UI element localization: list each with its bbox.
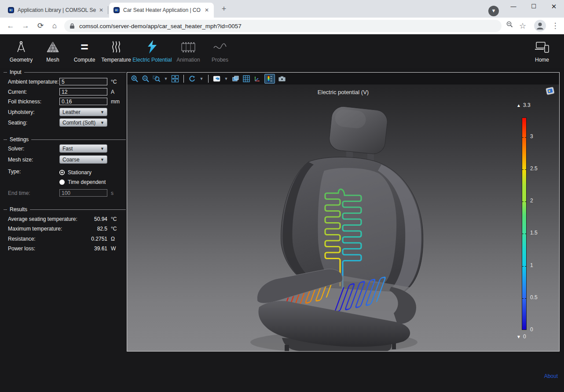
radio-time-dependent[interactable]: Time dependent (59, 178, 106, 186)
end-time-input (59, 189, 107, 197)
zoom-box-dropdown-icon[interactable]: ▼ (164, 77, 168, 81)
seat-leg (285, 345, 289, 351)
legend-tick: 2.5 (530, 165, 538, 172)
film-strip-icon (172, 38, 204, 56)
browser-tab-strip: Application Library | COMSOL Se ✕ Car Se… (0, 0, 564, 18)
mesh-triangle-icon (37, 38, 69, 56)
input-section-header: Input (4, 69, 126, 75)
legend-tick: 1 (530, 262, 533, 268)
ribbon-probes-button[interactable]: Probes (204, 38, 236, 63)
window-maximize-button[interactable]: ☐ (526, 0, 541, 14)
ribbon-geometry-button[interactable]: Geometry (5, 38, 37, 63)
ambient-temperature-input[interactable] (59, 78, 107, 85)
transparency-icon[interactable] (231, 75, 239, 83)
browser-address-bar: ← → ⟳ ⌂ comsol.com/server-demo/app/car_s… (0, 18, 564, 34)
tab-title: Application Library | COMSOL Se (18, 7, 98, 13)
reset-view-icon[interactable] (188, 75, 196, 83)
settings-section-header: Settings (4, 136, 126, 143)
chevron-down-icon: ▼ (100, 121, 104, 125)
plot-canvas[interactable]: Electric potential (V) (127, 84, 559, 351)
chevron-down-icon: ▼ (100, 110, 104, 114)
scene-light-dropdown-icon[interactable]: ▼ (224, 77, 228, 81)
sine-wave-icon (204, 38, 236, 56)
tab-car-seat-heater[interactable]: Car Seat Heater Application | CO ✕ (109, 3, 214, 18)
legend-max-marker: ▲3.3 (516, 102, 531, 108)
triangle-up-icon: ▲ (516, 103, 521, 108)
results-section-header: Results (4, 206, 126, 212)
person-icon (534, 20, 546, 32)
legend-colorbar (522, 117, 527, 330)
snapshot-camera-icon[interactable] (278, 75, 286, 83)
lightning-bolt-icon (132, 38, 172, 56)
ribbon-compute-button[interactable]: = Compute (69, 38, 100, 63)
zoom-box-icon[interactable] (153, 75, 161, 83)
heat-waves-icon (100, 38, 132, 56)
legend-min-marker: ▼0 (516, 333, 526, 340)
ribbon-temperature-button[interactable]: Temperature (100, 38, 132, 63)
chevron-down-icon: ▼ (100, 147, 104, 151)
zoom-out-icon[interactable] (142, 75, 150, 83)
about-link[interactable]: About (544, 373, 558, 379)
new-tab-button[interactable]: + (219, 4, 229, 14)
url-field[interactable]: comsol.com/server-demo/app/car_seat_heat… (64, 20, 502, 32)
comsol-favicon (8, 7, 14, 13)
legend-tick: 0.5 (530, 294, 538, 300)
current-input[interactable] (59, 88, 107, 95)
tab-title: Car Seat Heater Application | CO (123, 7, 203, 13)
color-legend-toggle-active[interactable] (264, 74, 275, 84)
comsol-app: Geometry Mesh = Compute Temperature Elec… (0, 35, 564, 392)
result-value: 50.94 (59, 216, 107, 222)
result-value: 0.2751 (59, 236, 107, 242)
grid-icon[interactable] (242, 75, 250, 83)
geometry-compass-icon (5, 38, 37, 56)
scene-light-icon[interactable] (213, 75, 221, 83)
mesh-size-select[interactable]: Coarse ▼ (59, 155, 107, 164)
ribbon-animation-button[interactable]: Animation (172, 38, 204, 63)
chevron-down-icon: ▼ (100, 158, 104, 162)
zoom-extents-icon[interactable] (171, 75, 179, 83)
ribbon-mesh-button[interactable]: Mesh (37, 38, 69, 63)
zoom-in-icon[interactable] (131, 75, 139, 83)
lock-icon (70, 23, 75, 29)
radio-selected-icon (59, 170, 65, 175)
app-ribbon: Geometry Mesh = Compute Temperature Elec… (0, 35, 564, 68)
radio-stationary[interactable]: Stationary (59, 168, 92, 176)
reload-icon[interactable]: ⟳ (35, 21, 46, 31)
seating-select[interactable]: Comfort (Soft) ▼ (59, 118, 107, 127)
legend-tick: 2 (530, 198, 533, 204)
window-minimize-button[interactable]: — (506, 0, 521, 14)
legend-tick: 1.5 (530, 230, 538, 236)
tab-application-library[interactable]: Application Library | COMSOL Se ✕ (4, 3, 108, 18)
upholstery-select[interactable]: Leather ▼ (59, 108, 107, 116)
graphics-toolbar: ▼ ▼ ▼ (127, 73, 559, 84)
foil-thickness-input[interactable] (59, 98, 107, 105)
legend-tick: 3 (530, 133, 533, 139)
window-close-button[interactable]: ✕ (546, 0, 561, 14)
back-icon[interactable]: ← (5, 21, 16, 31)
forward-icon[interactable]: → (20, 21, 31, 31)
ribbon-electric-potential-button[interactable]: Electric Potential (132, 38, 172, 63)
profile-avatar[interactable] (534, 20, 546, 32)
tab-close-icon[interactable]: ✕ (203, 7, 210, 14)
car-seat-3d-view (127, 84, 559, 351)
bookmark-star-icon[interactable]: ☆ (517, 21, 528, 31)
result-value: 82.5 (59, 226, 107, 232)
home-icon[interactable]: ⌂ (49, 21, 60, 31)
graphics-panel: ▼ ▼ ▼ Electric potential (V) (127, 72, 560, 352)
triangle-down-icon: ▼ (516, 334, 521, 339)
ribbon-home-button[interactable]: Home (526, 38, 558, 63)
browser-menu-icon[interactable]: ⋮ (550, 21, 560, 31)
radio-unselected-icon (59, 180, 65, 185)
page-zoom-icon[interactable] (504, 21, 515, 31)
legend-tick: 0 (530, 326, 533, 333)
comsol-favicon (114, 7, 120, 13)
url-text: comsol.com/server-demo/app/car_seat_heat… (79, 23, 242, 29)
axis-orientation-icon[interactable] (253, 75, 261, 83)
solver-select[interactable]: Fast ▼ (59, 144, 107, 153)
browser-update-icon[interactable]: ▼ (488, 6, 499, 16)
headrest (328, 106, 388, 155)
compute-equals-icon: = (69, 38, 100, 56)
devices-home-icon (526, 38, 558, 56)
tab-close-icon[interactable]: ✕ (98, 7, 105, 14)
reset-view-dropdown-icon[interactable]: ▼ (199, 77, 204, 81)
